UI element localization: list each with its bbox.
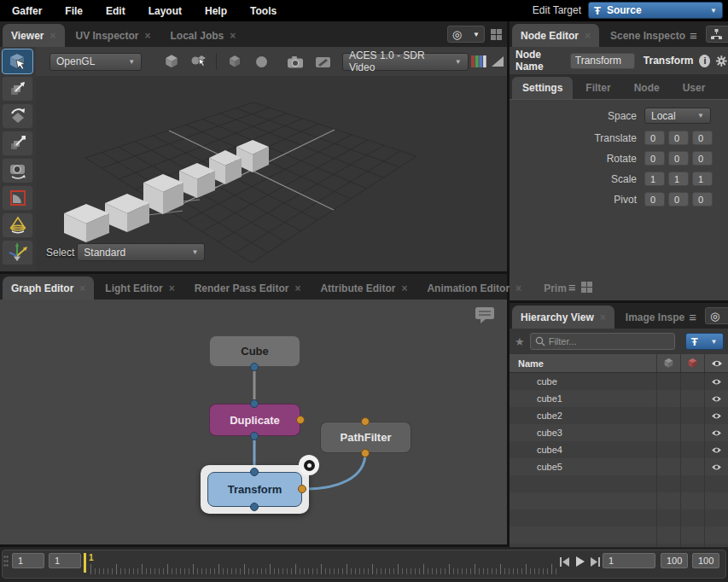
tab-uv-inspector[interactable]: UV Inspector × (67, 24, 160, 47)
camera-button[interactable] (287, 51, 306, 72)
crop-window-tool-button[interactable] (2, 185, 33, 211)
visibility-cell[interactable] (704, 407, 728, 424)
tab-overflow-icon[interactable]: ≡ (568, 280, 576, 294)
annotation-bubble-icon[interactable] (475, 306, 495, 327)
visibility-cell[interactable] (704, 441, 728, 458)
tab-attribute-editor[interactable]: Attribute Editor × (312, 276, 416, 300)
menu-help[interactable]: Help (205, 5, 227, 17)
port-transform-in[interactable] (250, 468, 259, 476)
translate-z-field[interactable]: 0 (692, 131, 713, 145)
shading-mode-button[interactable] (162, 51, 181, 72)
viewer-focus-menu-button[interactable]: ◎ ▼ (447, 26, 485, 43)
exclusions-column-header[interactable] (680, 354, 704, 372)
light-tool-button[interactable] (2, 212, 33, 238)
inclusions-cell[interactable] (656, 390, 680, 407)
rotate-y-field[interactable]: 0 (668, 151, 689, 166)
close-icon[interactable]: × (230, 30, 236, 42)
scale-x-field[interactable]: 1 (644, 172, 665, 186)
tab-graph-editor[interactable]: Graph Editor × (3, 276, 94, 300)
tab-scene-inspector[interactable]: Scene Inspecto ≡ (602, 24, 706, 47)
exclusions-cell[interactable] (680, 424, 704, 441)
inclusions-cell[interactable] (656, 373, 680, 390)
tab-light-editor[interactable]: Light Editor × (96, 276, 183, 300)
close-icon[interactable]: × (585, 30, 591, 42)
hierarchy-focus-menu-button[interactable]: ◎ ▼ (705, 307, 728, 324)
visibility-cell[interactable] (704, 373, 728, 390)
rotate-tool-button[interactable] (2, 103, 33, 129)
exclusions-cell[interactable] (680, 407, 704, 424)
frame-field[interactable]: 1 (603, 553, 655, 568)
pivot-x-field[interactable]: 0 (644, 192, 665, 207)
renderer-dropdown[interactable]: OpenGL ▼ (50, 53, 142, 71)
inclusions-cell[interactable] (656, 441, 680, 458)
tab-animation-editor[interactable]: Animation Editor × (418, 276, 530, 300)
close-icon[interactable]: × (401, 282, 407, 294)
select-mode-dropdown[interactable]: Standard ▼ (77, 243, 205, 261)
scale-y-field[interactable]: 1 (668, 172, 689, 186)
tab-local-jobs[interactable]: Local Jobs × (162, 24, 245, 47)
menu-tools[interactable]: Tools (250, 5, 277, 17)
skip-to-start-button[interactable] (560, 557, 570, 567)
visibility-cell[interactable] (704, 458, 728, 475)
menu-gaffer[interactable]: Gaffer (12, 5, 42, 17)
inclusions-cell[interactable] (656, 407, 680, 424)
visibility-cell[interactable] (704, 424, 728, 441)
port-transform-out[interactable] (250, 503, 259, 511)
focus-ring-icon[interactable] (299, 455, 319, 475)
exposure-button[interactable] (488, 51, 507, 72)
display-transform-dropdown[interactable]: ACES 1.0 - SDR Video ▼ (342, 53, 469, 71)
close-icon[interactable]: × (169, 282, 175, 294)
camera-tool-button[interactable] (2, 158, 33, 183)
inclusions-cell[interactable] (656, 458, 680, 475)
exclusions-cell[interactable] (680, 458, 704, 475)
translate-x-field[interactable]: 0 (644, 131, 665, 145)
viewport-3d[interactable]: Select Standard ▼ (36, 76, 507, 271)
close-icon[interactable]: × (145, 30, 151, 42)
layout-menu-icon[interactable] (491, 29, 502, 40)
light-position-tool-button[interactable] (2, 240, 33, 265)
node-editor-mode-button[interactable]: ▼ (706, 26, 728, 43)
close-icon[interactable]: × (50, 30, 55, 42)
close-icon[interactable]: × (600, 311, 606, 323)
port-transform-filter[interactable] (298, 485, 306, 493)
drag-grip-icon[interactable] (3, 555, 9, 567)
tab-image-inspector[interactable]: Image Inspe ≡ (617, 306, 705, 329)
frame-start-field[interactable]: 1 (12, 553, 44, 568)
end-frame-field[interactable]: 100 (692, 553, 719, 568)
table-row[interactable]: cube (510, 373, 728, 390)
table-row[interactable]: cube1 (510, 390, 728, 407)
channels-button[interactable] (470, 51, 489, 72)
translate-tool-button[interactable] (2, 76, 33, 102)
tab-hierarchy-view[interactable]: Hierarchy View × (512, 306, 614, 329)
info-icon[interactable]: i (699, 55, 710, 67)
menu-layout[interactable]: Layout (149, 5, 182, 17)
close-icon[interactable]: × (79, 282, 85, 294)
select-tool-button[interactable] (2, 49, 33, 74)
inclusions-column-header[interactable] (656, 354, 680, 372)
skip-to-end-button[interactable] (591, 557, 601, 567)
table-row[interactable]: cube2 (510, 407, 728, 424)
space-dropdown[interactable]: Local ▼ (644, 108, 711, 124)
pivot-z-field[interactable]: 0 (692, 192, 713, 207)
inclusions-cell[interactable] (656, 424, 680, 441)
tab-primitive-inspector[interactable]: Prim (535, 276, 568, 300)
menu-file[interactable]: File (65, 5, 83, 17)
node-name-input[interactable] (570, 53, 635, 69)
bookmark-star-icon[interactable]: ★ (515, 335, 525, 348)
table-row[interactable]: cube3 (510, 424, 728, 441)
subtab-filter[interactable]: Filter (575, 77, 620, 99)
timeline-ruler[interactable]: 1 (84, 551, 559, 578)
scale-z-field[interactable]: 1 (692, 172, 713, 186)
menu-edit[interactable]: Edit (106, 5, 125, 17)
tab-render-pass-editor[interactable]: Render Pass Editor × (186, 276, 310, 300)
graph-canvas[interactable]: Cube Duplicate PathFilter Transform (0, 300, 507, 544)
edit-scope-dropdown[interactable]: Ŧ ▼ (685, 333, 724, 350)
port-cube-out[interactable] (250, 363, 259, 371)
gear-icon[interactable] (715, 54, 728, 68)
port-pathfilter-in[interactable] (361, 417, 370, 426)
expansion-button[interactable] (189, 51, 208, 72)
exclusions-cell[interactable] (680, 441, 704, 458)
close-icon[interactable]: × (294, 282, 300, 294)
close-icon[interactable]: × (515, 282, 521, 294)
subtab-node[interactable]: Node (624, 77, 670, 99)
